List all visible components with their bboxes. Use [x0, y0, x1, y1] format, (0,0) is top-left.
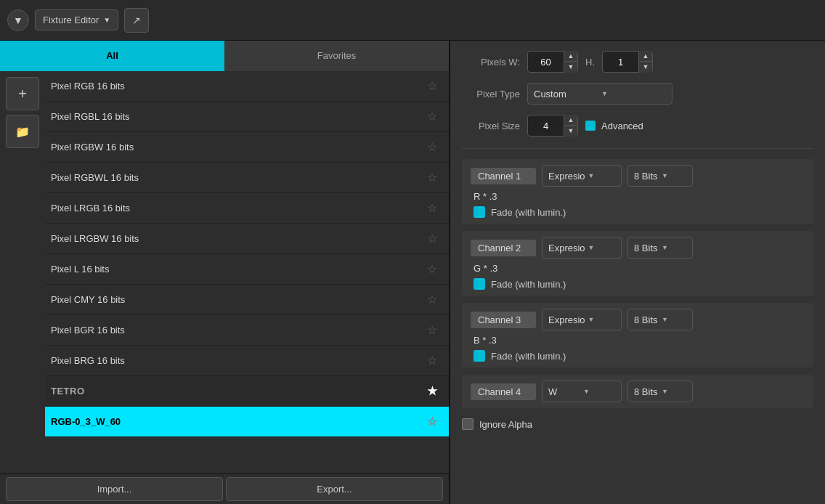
h-label: H. — [585, 57, 595, 68]
channel-4-label: Channel 4 — [471, 383, 536, 400]
fixture-editor-dropdown[interactable]: Fixture Editor ▼ — [35, 9, 118, 31]
selected-fixture-item[interactable]: RGB-0_3_W_60 ☆ — [45, 407, 449, 437]
advanced-checkbox[interactable] — [585, 121, 596, 131]
tab-all[interactable]: All — [0, 41, 224, 71]
channel-3-section: Channel 3 Expresio ▼ 8 Bits ▼ B * .3 Fad… — [462, 303, 813, 367]
star-icon[interactable]: ☆ — [427, 171, 437, 184]
group-header[interactable]: TETRO ★ — [45, 376, 449, 407]
pixels-h-down-arrow[interactable]: ▼ — [639, 62, 652, 73]
fixture-name: Pixel RGBW 16 bits — [51, 142, 134, 153]
channel-1-fade-checkbox[interactable] — [474, 206, 485, 218]
channel-3-header: Channel 3 Expresio ▼ 8 Bits ▼ — [471, 309, 805, 330]
pixel-size-spinbox[interactable]: 4 ▲ ▼ — [527, 115, 578, 137]
channel-4-bits-chevron: ▼ — [662, 388, 686, 395]
channel-3-bits-chevron: ▼ — [662, 316, 686, 323]
pixels-w-label: Pixels W: — [462, 57, 520, 68]
selected-star-icon[interactable]: ☆ — [427, 415, 437, 428]
channel-2-type-dropdown[interactable]: Expresio ▼ — [542, 237, 622, 259]
list-item[interactable]: Pixel BGR 16 bits ☆ — [45, 315, 449, 346]
ignore-alpha-label: Ignore Alpha — [479, 419, 532, 430]
fixture-name: Pixel L 16 bits — [51, 264, 109, 275]
left-panel: All Favorites + 📁 Pixel RGB 16 b — [0, 41, 450, 504]
channel-4-type-dropdown[interactable]: W ▼ — [542, 381, 622, 402]
list-item[interactable]: Pixel L 16 bits ☆ — [45, 254, 449, 285]
pixels-w-up-arrow[interactable]: ▲ — [564, 51, 577, 62]
star-icon[interactable]: ☆ — [427, 262, 437, 276]
channel-2-fade-label: Fade (with lumin.) — [491, 279, 566, 290]
main-layout: All Favorites + 📁 Pixel RGB 16 b — [0, 41, 825, 504]
pixels-w-down-arrow[interactable]: ▼ — [564, 62, 577, 73]
top-bar: ▼ Fixture Editor ▼ ↗ — [0, 0, 825, 41]
menu-circle-button[interactable]: ▼ — [7, 9, 29, 31]
folder-plus-icon: 📁 — [15, 125, 30, 139]
list-item[interactable]: Pixel BRG 16 bits ☆ — [45, 346, 449, 376]
pixels-h-value: 1 — [603, 57, 638, 68]
import-button[interactable]: Import... — [6, 477, 223, 501]
channel-1-fade-label: Fade (with lumin.) — [491, 207, 566, 218]
add-folder-button[interactable]: 📁 — [6, 115, 39, 148]
channel-2-expression: G * .3 — [471, 263, 805, 274]
channel-2-fade-checkbox[interactable] — [474, 278, 485, 290]
tab-favorites[interactable]: Favorites — [224, 41, 449, 71]
list-item[interactable]: Pixel RGB 16 bits ☆ — [45, 71, 449, 102]
tab-favorites-label: Favorites — [317, 50, 356, 61]
channel-2-fade-row: Fade (with lumin.) — [471, 278, 805, 290]
channel-3-type-chevron: ▼ — [588, 316, 615, 323]
star-icon[interactable]: ☆ — [427, 201, 437, 215]
channel-4-header: Channel 4 W ▼ 8 Bits ▼ — [471, 381, 805, 402]
channel-3-fade-row: Fade (with lumin.) — [471, 350, 805, 362]
star-icon[interactable]: ☆ — [427, 323, 437, 337]
channel-4-section: Channel 4 W ▼ 8 Bits ▼ — [462, 375, 813, 408]
list-item[interactable]: Pixel RGBW 16 bits ☆ — [45, 132, 449, 163]
channel-3-label: Channel 3 — [471, 312, 536, 328]
pixels-h-arrows: ▲ ▼ — [638, 51, 652, 73]
channel-3-expression: B * .3 — [471, 335, 805, 346]
pixels-w-spinbox[interactable]: 60 ▲ ▼ — [527, 51, 578, 73]
star-icon-filled[interactable]: ★ — [427, 384, 438, 398]
pixel-type-dropdown[interactable]: Custom ▼ — [527, 83, 672, 105]
channel-3-type-value: Expresio — [548, 314, 585, 325]
channel-1-type-value: Expresio — [548, 171, 585, 182]
group-name: TETRO — [51, 386, 85, 397]
channel-2-type-chevron: ▼ — [588, 244, 615, 251]
ignore-alpha-row: Ignore Alpha — [462, 415, 813, 433]
pixel-size-up-arrow[interactable]: ▲ — [564, 115, 577, 126]
list-item[interactable]: Pixel LRGBW 16 bits ☆ — [45, 224, 449, 254]
selected-fixture-name: RGB-0_3_W_60 — [51, 416, 121, 427]
list-item[interactable]: Pixel CMY 16 bits ☆ — [45, 285, 449, 315]
pixels-h-up-arrow[interactable]: ▲ — [639, 51, 652, 62]
channel-1-bits-chevron: ▼ — [662, 172, 686, 179]
separator-1 — [462, 148, 813, 149]
channel-1-type-chevron: ▼ — [588, 172, 615, 179]
list-item[interactable]: Pixel RGBL 16 bits ☆ — [45, 102, 449, 132]
channel-1-type-dropdown[interactable]: Expresio ▼ — [542, 165, 622, 187]
pixel-type-label: Pixel Type — [462, 89, 520, 99]
export-button[interactable]: Export... — [226, 477, 443, 501]
star-icon[interactable]: ☆ — [427, 354, 437, 367]
channel-1-header: Channel 1 Expresio ▼ 8 Bits ▼ — [471, 165, 805, 187]
channel-1-section: Channel 1 Expresio ▼ 8 Bits ▼ R * .3 Fad… — [462, 159, 813, 224]
channel-2-bits-value: 8 Bits — [634, 243, 659, 253]
pixel-size-down-arrow[interactable]: ▼ — [564, 126, 577, 137]
advanced-label: Advanced — [601, 121, 643, 131]
list-item[interactable]: Pixel RGBWL 16 bits ☆ — [45, 163, 449, 193]
channel-1-bits-dropdown[interactable]: 8 Bits ▼ — [627, 165, 693, 187]
pixels-h-spinbox[interactable]: 1 ▲ ▼ — [602, 51, 653, 73]
channel-2-bits-dropdown[interactable]: 8 Bits ▼ — [627, 237, 693, 259]
channel-3-fade-checkbox[interactable] — [474, 350, 485, 362]
star-icon[interactable]: ☆ — [427, 293, 437, 306]
ignore-alpha-checkbox[interactable] — [462, 418, 474, 430]
star-icon[interactable]: ☆ — [427, 140, 437, 154]
add-button[interactable]: + — [6, 77, 39, 110]
list-item[interactable]: Pixel LRGB 16 bits ☆ — [45, 193, 449, 224]
channel-3-bits-dropdown[interactable]: 8 Bits ▼ — [627, 309, 693, 330]
pixels-wh-row: Pixels W: 60 ▲ ▼ H. 1 ▲ ▼ — [462, 49, 813, 74]
export-window-button[interactable]: ↗ — [124, 8, 149, 33]
star-icon[interactable]: ☆ — [427, 232, 437, 245]
channel-3-type-dropdown[interactable]: Expresio ▼ — [542, 309, 622, 330]
star-icon[interactable]: ☆ — [427, 110, 437, 123]
channel-4-type-value: W — [548, 386, 580, 397]
star-icon[interactable]: ☆ — [427, 79, 437, 93]
fixture-name: Pixel BGR 16 bits — [51, 325, 125, 336]
channel-4-bits-dropdown[interactable]: 8 Bits ▼ — [627, 381, 693, 402]
